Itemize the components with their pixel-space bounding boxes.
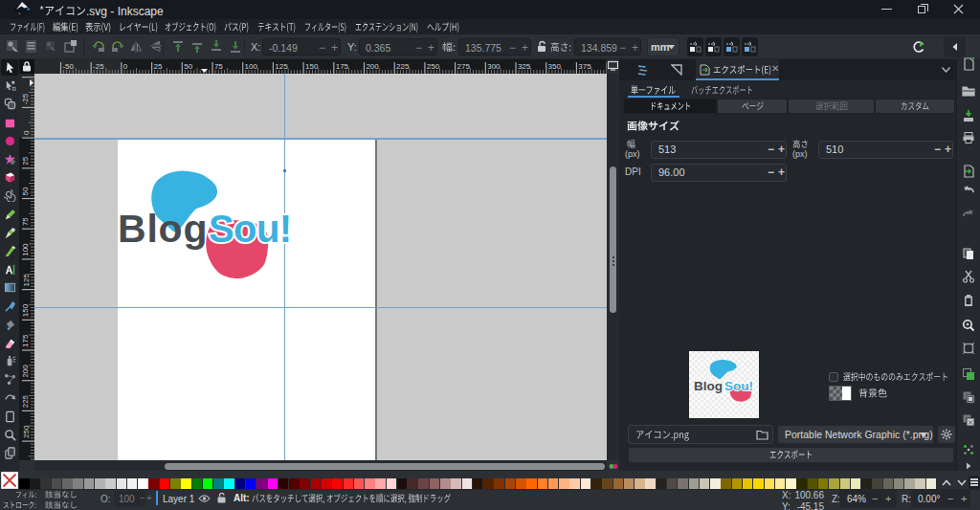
svg-text:225: 225 (22, 394, 31, 408)
svg-text:125: 125 (275, 62, 288, 71)
svg-text:0: 0 (123, 62, 128, 71)
svg-text:225: 225 (396, 62, 410, 71)
svg-text:25: 25 (22, 156, 31, 165)
svg-text:Blog: Blog (118, 207, 208, 251)
svg-text:-25: -25 (22, 93, 31, 104)
svg-text:325: 325 (518, 62, 531, 71)
svg-text:-50: -50 (62, 62, 74, 71)
svg-text:250: 250 (427, 62, 440, 71)
svg-text:75: 75 (22, 217, 31, 226)
svg-text:375: 375 (578, 62, 591, 71)
svg-text:200: 200 (366, 62, 379, 71)
svg-text:50: 50 (184, 62, 192, 71)
svg-text:-50: -50 (22, 74, 31, 75)
svg-text:125: 125 (22, 274, 31, 287)
svg-text:175: 175 (336, 62, 349, 71)
svg-text:250: 250 (22, 425, 31, 438)
svg-text:75: 75 (214, 62, 223, 71)
svg-text:Blog: Blog (694, 379, 723, 393)
svg-text:275: 275 (457, 62, 471, 71)
svg-text:25: 25 (154, 62, 163, 71)
svg-text:50: 50 (22, 187, 31, 195)
svg-text:150: 150 (22, 303, 31, 317)
svg-text:200: 200 (22, 365, 31, 378)
svg-text:-25: -25 (93, 62, 104, 71)
svg-text:Sou!: Sou! (724, 379, 753, 393)
svg-text:Sou!: Sou! (209, 208, 291, 250)
svg-text:100: 100 (245, 62, 258, 71)
svg-text:350: 350 (548, 62, 562, 71)
svg-text:0: 0 (22, 130, 31, 135)
svg-text:175: 175 (22, 334, 31, 347)
svg-text:300: 300 (487, 62, 501, 71)
svg-text:150: 150 (305, 62, 319, 71)
svg-text:100: 100 (22, 243, 31, 256)
